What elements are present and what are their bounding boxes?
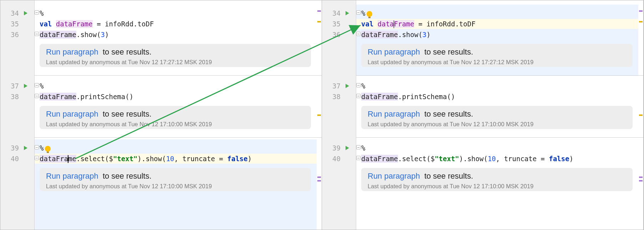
line-number: 36	[7, 31, 19, 39]
fold-gutter	[356, 0, 361, 230]
code-line[interactable]: dataFrame.show(3)	[40, 30, 315, 40]
line-number: 34	[328, 9, 341, 17]
line-number: 35	[328, 20, 341, 28]
fold-gutter	[35, 0, 40, 230]
editor-pane-left: 34 35 36 37 38 39 40 % val dataFrame = i…	[0, 0, 322, 230]
run-cell-icon[interactable]	[24, 84, 27, 88]
run-paragraph-link[interactable]: Run paragraph	[46, 172, 98, 180]
run-paragraph-link[interactable]: Run paragraph	[368, 47, 420, 56]
run-cell-icon[interactable]	[24, 11, 27, 15]
marker-strip	[638, 0, 643, 230]
result-meta-text: Last updated by anonymous at Tue Nov 12 …	[368, 183, 626, 190]
marker-purple[interactable]	[317, 177, 321, 178]
gutter-right: 34 35 36 37 38 39 40	[322, 0, 356, 230]
fold-handle-icon[interactable]	[35, 94, 39, 98]
code-line[interactable]: %	[40, 81, 315, 91]
result-tail-text: to see results.	[422, 172, 473, 180]
marker-purple[interactable]	[639, 177, 643, 178]
fold-handle-icon[interactable]	[356, 145, 361, 149]
line-number: 38	[328, 93, 341, 101]
marker-purple[interactable]	[639, 180, 643, 182]
code-line[interactable]: %	[40, 8, 315, 18]
marker-purple[interactable]	[317, 180, 321, 182]
line-number: 37	[7, 82, 19, 90]
code-line[interactable]: dataFrame.show(3)	[361, 30, 636, 40]
code-line[interactable]: dataFrame.select($"text").show(10, trunc…	[361, 154, 636, 164]
cell-divider	[356, 75, 643, 76]
result-meta-text: Last updated by anonymous at Tue Nov 12 …	[46, 121, 305, 128]
line-number: 39	[328, 144, 341, 152]
fold-handle-icon[interactable]	[35, 32, 39, 36]
line-number: 34	[7, 9, 19, 17]
marker-purple[interactable]	[317, 10, 321, 12]
line-number: 36	[328, 31, 341, 39]
result-box: Run paragraph to see results. Last updat…	[361, 106, 633, 129]
cell-divider	[356, 137, 643, 138]
text-caret	[394, 20, 394, 28]
line-number: 35	[7, 20, 19, 28]
result-box: Run paragraph to see results. Last updat…	[40, 44, 311, 67]
code-line[interactable]: %	[361, 81, 636, 91]
marker-strip	[317, 0, 322, 230]
result-meta-text: Last updated by anonymous at Tue Nov 12 …	[368, 121, 626, 128]
line-number: 38	[7, 93, 19, 101]
code-line[interactable]: %	[40, 143, 315, 153]
marker-purple[interactable]	[639, 10, 643, 12]
fold-handle-icon[interactable]	[356, 83, 361, 87]
run-cell-icon[interactable]	[24, 146, 27, 150]
code-editor-right[interactable]: % val dataFrame = infoRdd.toDF dataFrame…	[356, 0, 643, 230]
fold-handle-icon[interactable]	[356, 94, 361, 98]
fold-handle-icon[interactable]	[356, 156, 361, 160]
cell-divider	[35, 137, 322, 138]
fold-handle-icon[interactable]	[35, 145, 39, 149]
result-tail-text: to see results.	[101, 47, 152, 56]
code-line[interactable]: dataFrame.printSchema()	[361, 92, 636, 102]
code-line[interactable]: val dataFrame = infoRdd.toDF	[361, 19, 636, 29]
result-tail-text: to see results.	[422, 109, 473, 118]
result-box: Run paragraph to see results. Last updat…	[40, 106, 311, 129]
line-number: 39	[7, 144, 19, 152]
marker-yellow[interactable]	[639, 114, 643, 116]
fold-handle-icon[interactable]	[356, 10, 361, 15]
editor-pane-right: 34 35 36 37 38 39 40 % val dataFrame = i…	[322, 0, 644, 230]
fold-handle-icon[interactable]	[35, 156, 39, 160]
line-number: 40	[328, 155, 341, 163]
result-meta-text: Last updated by anonymous at Tue Nov 12 …	[46, 59, 305, 66]
bulb-icon[interactable]	[367, 11, 372, 17]
result-meta-text: Last updated by anonymous at Tue Nov 12 …	[368, 59, 626, 66]
code-line[interactable]: %	[361, 8, 636, 18]
result-tail-text: to see results.	[101, 172, 152, 180]
run-cell-icon[interactable]	[346, 84, 349, 88]
code-line[interactable]: %	[361, 143, 636, 153]
fold-handle-icon[interactable]	[356, 32, 361, 36]
run-paragraph-link[interactable]: Run paragraph	[46, 47, 98, 56]
cell-divider	[35, 75, 322, 76]
text-caret	[68, 155, 68, 163]
result-box: Run paragraph to see results. Last updat…	[40, 168, 311, 191]
result-box: Run paragraph to see results. Last updat…	[361, 168, 633, 191]
marker-yellow[interactable]	[639, 21, 643, 22]
run-paragraph-link[interactable]: Run paragraph	[368, 109, 420, 118]
line-number: 40	[7, 155, 19, 163]
run-cell-icon[interactable]	[346, 11, 349, 15]
fold-handle-icon[interactable]	[35, 83, 39, 87]
result-meta-text: Last updated by anonymous at Tue Nov 12 …	[46, 183, 305, 190]
run-paragraph-link[interactable]: Run paragraph	[368, 172, 420, 180]
bulb-icon[interactable]	[45, 146, 51, 152]
fold-handle-icon[interactable]	[35, 10, 39, 15]
line-number: 37	[328, 82, 341, 90]
marker-yellow[interactable]	[317, 21, 321, 22]
run-cell-icon[interactable]	[346, 146, 349, 150]
run-paragraph-link[interactable]: Run paragraph	[46, 109, 98, 118]
result-box: Run paragraph to see results. Last updat…	[361, 44, 633, 67]
code-line[interactable]: dataFrame.select($"text").show(10, trunc…	[40, 154, 315, 164]
code-line[interactable]: dataFrame.printSchema()	[40, 92, 315, 102]
result-tail-text: to see results.	[101, 109, 152, 118]
gutter-left: 34 35 36 37 38 39 40	[0, 0, 35, 230]
marker-yellow[interactable]	[317, 114, 321, 116]
code-editor-left[interactable]: % val dataFrame = infoRdd.toDF dataFrame…	[35, 0, 322, 230]
result-tail-text: to see results.	[422, 47, 473, 56]
code-line[interactable]: val dataFrame = infoRdd.toDF	[40, 19, 315, 29]
